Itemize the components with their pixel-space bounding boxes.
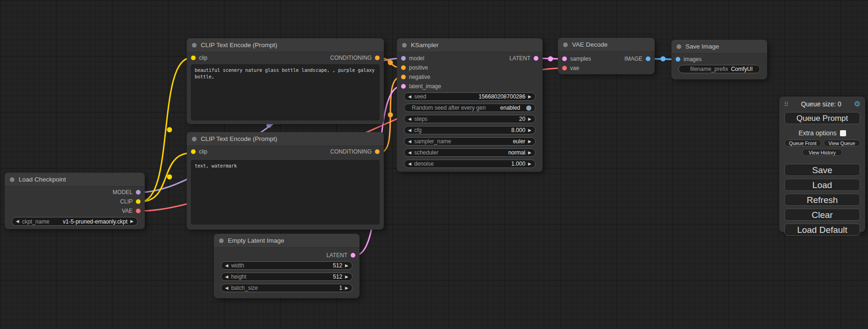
input-dot-samples[interactable] bbox=[562, 56, 567, 61]
load-button[interactable]: Load bbox=[784, 179, 860, 191]
arrow-left-icon[interactable]: ◀ bbox=[408, 117, 411, 121]
scheduler-widget[interactable]: ◀ scheduler normal ▶ bbox=[404, 148, 536, 157]
node-clip-text-encode-positive[interactable]: CLIP Text Encode (Prompt) clip CONDITION… bbox=[187, 38, 384, 124]
input-label: latent_image bbox=[409, 83, 441, 90]
widget-value: ComfyUI bbox=[731, 66, 753, 72]
node-title-bar[interactable]: Save Image bbox=[671, 40, 767, 54]
drag-handle-icon[interactable]: ⠿ bbox=[784, 101, 789, 108]
node-clip-text-encode-negative[interactable]: CLIP Text Encode (Prompt) clip CONDITION… bbox=[187, 132, 384, 230]
node-title-bar[interactable]: CLIP Text Encode (Prompt) bbox=[187, 132, 384, 146]
output-dot-latent[interactable] bbox=[534, 56, 538, 61]
arrow-left-icon[interactable]: ◀ bbox=[408, 162, 411, 166]
output-dot-vae[interactable] bbox=[136, 209, 141, 213]
view-queue-button[interactable]: View Queue bbox=[824, 140, 861, 147]
queue-prompt-button[interactable]: Queue Prompt bbox=[784, 112, 860, 124]
arrow-left-icon[interactable]: ◀ bbox=[408, 151, 411, 155]
arrow-right-icon[interactable]: ▶ bbox=[130, 219, 134, 224]
load-default-button[interactable]: Load Default bbox=[784, 224, 860, 236]
collapse-dot[interactable] bbox=[402, 43, 407, 48]
height-widget[interactable]: ◀ height 512 ▶ bbox=[221, 273, 353, 281]
save-button[interactable]: Save bbox=[784, 164, 860, 176]
collapse-dot[interactable] bbox=[192, 137, 197, 141]
arrow-left-icon[interactable]: ◀ bbox=[408, 95, 411, 99]
arrow-right-icon[interactable]: ▶ bbox=[528, 162, 531, 166]
output-dot-image[interactable] bbox=[646, 56, 650, 61]
node-title: VAE Decode bbox=[572, 41, 607, 48]
filename-prefix-widget[interactable]: filename_prefix ComfyUI bbox=[678, 65, 760, 73]
arrow-left-icon[interactable]: ◀ bbox=[225, 264, 228, 268]
batch-size-widget[interactable]: ◀ batch_size 1 ▶ bbox=[221, 284, 353, 292]
arrow-right-icon[interactable]: ▶ bbox=[345, 264, 348, 268]
queue-panel: ⠿ Queue size: 0 ⚙ Queue Prompt Extra opt… bbox=[779, 97, 865, 232]
output-dot-conditioning[interactable] bbox=[375, 56, 380, 60]
node-title-bar[interactable]: KSampler bbox=[397, 38, 543, 52]
prompt-textarea[interactable]: beautiful scenery nature glass bottle la… bbox=[191, 64, 380, 120]
input-dot-positive[interactable] bbox=[401, 65, 406, 70]
arrow-right-icon[interactable]: ▶ bbox=[345, 275, 348, 279]
node-title-bar[interactable]: Empty Latent Image bbox=[214, 234, 360, 248]
seed-widget[interactable]: ◀ seed 156680208700286 ▶ bbox=[404, 92, 536, 101]
input-label: clip bbox=[199, 55, 207, 61]
random-seed-toggle-widget[interactable]: Random seed after every gen enabled bbox=[404, 104, 536, 112]
input-dot-vae[interactable] bbox=[562, 66, 567, 70]
output-dot-conditioning[interactable] bbox=[375, 149, 380, 154]
cfg-widget[interactable]: ◀ cfg 8.000 ▶ bbox=[404, 126, 536, 134]
view-history-button[interactable]: View History bbox=[802, 149, 842, 156]
widget-label: filename_prefix bbox=[690, 66, 728, 72]
node-empty-latent-image[interactable]: Empty Latent Image LATENT ◀ width 512 ▶ … bbox=[214, 234, 360, 298]
toggle-circle-icon[interactable] bbox=[526, 105, 531, 111]
node-save-image[interactable]: Save Image images filename_prefix ComfyU… bbox=[671, 40, 767, 79]
denoise-widget[interactable]: ◀ denoise 1.000 ▶ bbox=[404, 160, 536, 168]
sampler-name-widget[interactable]: ◀ sampler_name euler ▶ bbox=[404, 137, 536, 146]
collapse-dot[interactable] bbox=[10, 177, 14, 182]
input-dot-clip[interactable] bbox=[191, 56, 196, 60]
node-title-bar[interactable]: Load Checkpoint bbox=[5, 173, 145, 187]
arrow-right-icon[interactable]: ▶ bbox=[528, 151, 531, 155]
output-label: LATENT bbox=[509, 55, 530, 62]
input-dot-model[interactable] bbox=[401, 56, 406, 61]
arrow-left-icon[interactable]: ◀ bbox=[16, 219, 19, 224]
collapse-dot[interactable] bbox=[563, 42, 568, 47]
extra-options-checkbox[interactable] bbox=[840, 130, 846, 136]
node-title: Load Checkpoint bbox=[19, 176, 66, 183]
input-row-images: images bbox=[671, 55, 767, 64]
widget-value: 1 bbox=[339, 285, 342, 291]
arrow-left-icon[interactable]: ◀ bbox=[408, 128, 411, 133]
node-vae-decode[interactable]: VAE Decode IMAGE samples vae bbox=[558, 38, 655, 74]
input-dot-negative[interactable] bbox=[401, 75, 406, 79]
node-title-bar[interactable]: CLIP Text Encode (Prompt) bbox=[187, 38, 384, 52]
gear-icon[interactable]: ⚙ bbox=[854, 100, 861, 108]
output-label: CLIP bbox=[120, 198, 133, 205]
refresh-button[interactable]: Refresh bbox=[784, 194, 860, 206]
arrow-right-icon[interactable]: ▶ bbox=[528, 117, 531, 121]
ckpt-name-widget[interactable]: ◀ ckpt_name v1-5-pruned-emaonly.ckpt ▶ bbox=[12, 217, 138, 226]
output-dot-clip[interactable] bbox=[136, 199, 141, 204]
arrow-right-icon[interactable]: ▶ bbox=[345, 286, 348, 290]
input-dot-latent-image[interactable] bbox=[401, 84, 406, 89]
width-widget[interactable]: ◀ width 512 ▶ bbox=[221, 261, 353, 270]
prompt-textarea[interactable]: text, watermark bbox=[191, 160, 380, 224]
arrow-left-icon[interactable]: ◀ bbox=[225, 275, 228, 279]
arrow-left-icon[interactable]: ◀ bbox=[225, 286, 228, 290]
arrow-right-icon[interactable]: ▶ bbox=[528, 140, 531, 144]
output-dot-latent[interactable] bbox=[351, 253, 355, 258]
widget-label: cfg bbox=[414, 127, 422, 133]
queue-front-button[interactable]: Queue Front bbox=[784, 140, 821, 147]
output-dot-model[interactable] bbox=[136, 190, 141, 195]
steps-widget[interactable]: ◀ steps 20 ▶ bbox=[404, 115, 536, 123]
arrow-left-icon[interactable]: ◀ bbox=[408, 140, 411, 144]
collapse-dot[interactable] bbox=[219, 238, 224, 243]
node-title-bar[interactable]: VAE Decode bbox=[558, 38, 655, 52]
node-load-checkpoint[interactable]: Load Checkpoint MODEL CLIP VAE ◀ ckpt_na… bbox=[5, 173, 145, 229]
clear-button[interactable]: Clear bbox=[784, 209, 860, 221]
arrow-right-icon[interactable]: ▶ bbox=[528, 128, 531, 133]
input-dot-clip[interactable] bbox=[191, 149, 196, 154]
input-row-positive: positive bbox=[397, 63, 543, 72]
collapse-dot[interactable] bbox=[192, 43, 197, 48]
input-dot-images[interactable] bbox=[676, 57, 680, 62]
widget-value: 156680208700286 bbox=[479, 93, 525, 100]
collapse-dot[interactable] bbox=[677, 44, 681, 49]
node-ksampler[interactable]: KSampler LATENT model positive negative … bbox=[397, 38, 543, 172]
arrow-right-icon[interactable]: ▶ bbox=[528, 95, 531, 99]
node-graph-canvas[interactable]: Load Checkpoint MODEL CLIP VAE ◀ ckpt_na… bbox=[0, 0, 868, 329]
